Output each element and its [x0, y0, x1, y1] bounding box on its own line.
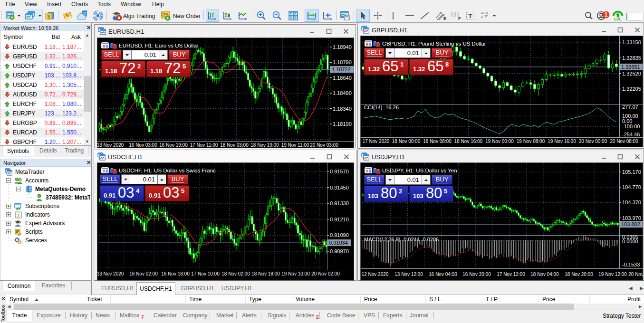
svg-text:103.970: 103.970	[622, 215, 641, 221]
svg-text:18 Nov 16:00: 18 Nov 16:00	[454, 139, 483, 144]
svg-text:16 Nov 18:00: 16 Nov 18:00	[161, 271, 190, 276]
svg-text:16 Nov 04:00: 16 Nov 04:00	[429, 272, 457, 277]
svg-text:16 Nov 20:00: 16 Nov 20:00	[462, 272, 491, 277]
svg-text:104.770: 104.770	[622, 184, 641, 190]
svg-text:Scripts: Scripts	[25, 228, 43, 235]
svg-text:104.370: 104.370	[622, 200, 641, 205]
svg-text:20 Nov 02:00: 20 Nov 02:00	[311, 271, 340, 276]
svg-text:$: $	[47, 14, 50, 19]
svg-text:19 Nov 00:00: 19 Nov 00:00	[485, 139, 514, 144]
svg-text:19 Nov 10:00: 19 Nov 10:00	[281, 271, 310, 276]
svg-text:CCI(14) -16.26: CCI(14) -16.26	[364, 104, 399, 110]
svg-text:0.91330: 0.91330	[330, 200, 349, 206]
svg-text:MetaTrader: MetaTrader	[15, 169, 45, 175]
svg-text:13 Nov 2020: 13 Nov 2020	[97, 142, 124, 148]
svg-text:0.90970: 0.90970	[330, 248, 349, 254]
svg-text:12 Nov 2020: 12 Nov 2020	[362, 272, 389, 277]
svg-text:18 Nov 00:00: 18 Nov 00:00	[392, 139, 421, 144]
svg-text:20 Nov 04:00: 20 Nov 04:00	[628, 272, 643, 277]
svg-text:Indicators: Indicators	[25, 211, 50, 218]
svg-text:1.32520: 1.32520	[622, 71, 641, 76]
svg-text:F: F	[458, 16, 461, 21]
svg-text:0.91090: 0.91090	[330, 232, 349, 238]
svg-text:1.18340: 1.18340	[333, 106, 352, 112]
svg-text:1.18490: 1.18490	[333, 90, 352, 96]
svg-text:16 Nov 03:00: 16 Nov 03:00	[129, 142, 157, 148]
svg-text:USDCHF, H1: US Dollar vs Swis: USDCHF, H1: US Dollar vs Swiss Franc	[119, 168, 216, 173]
svg-text:17 Nov 2020: 17 Nov 2020	[363, 139, 390, 144]
svg-text:1.18722: 1.18722	[332, 66, 351, 72]
svg-text:MetaQuotes-Demo: MetaQuotes-Demo	[35, 186, 86, 192]
svg-text:-254.46: -254.46	[622, 132, 640, 137]
svg-text:1.18640: 1.18640	[333, 75, 352, 81]
svg-text:18 Nov 20:00: 18 Nov 20:00	[565, 272, 593, 277]
svg-text:16 Nov 19:00: 16 Nov 19:00	[159, 142, 188, 148]
svg-text:20 Nov 03:00: 20 Nov 03:00	[310, 142, 338, 148]
svg-text:1: 1	[605, 11, 608, 18]
svg-text:-100.00: -100.00	[622, 124, 640, 129]
svg-text:17 Nov 11:00: 17 Nov 11:00	[190, 142, 218, 148]
svg-text:0.91570: 0.91570	[330, 169, 349, 174]
svg-text:18 Nov 03:00: 18 Nov 03:00	[220, 142, 249, 148]
svg-text:LVL: LVL	[614, 17, 621, 21]
svg-text:0.91450: 0.91450	[330, 185, 349, 190]
svg-text:E: E	[443, 16, 446, 21]
svg-text:Toolbox: Toolbox	[0, 304, 6, 323]
svg-text:16 Nov 02:00: 16 Nov 02:00	[129, 271, 158, 276]
svg-text:0.91034: 0.91034	[329, 240, 348, 246]
svg-text:277.07: 277.07	[622, 104, 638, 110]
svg-text:13 Nov 12:00: 13 Nov 12:00	[394, 272, 423, 277]
svg-text:1.18190: 1.18190	[333, 121, 352, 127]
svg-text:18 Nov 08:00: 18 Nov 08:00	[423, 139, 452, 144]
svg-text:19 Nov 12:00: 19 Nov 12:00	[598, 272, 627, 277]
svg-text:1.32835: 1.32835	[622, 55, 641, 61]
svg-text:1.18790: 1.18790	[333, 59, 352, 65]
svg-text:37485932: MetaT: 37485932: MetaT	[46, 194, 90, 201]
svg-text:19 Nov 16:00: 19 Nov 16:00	[548, 139, 576, 144]
svg-text:0.91210: 0.91210	[330, 217, 349, 222]
svg-text:20 Nov 00:00: 20 Nov 00:00	[579, 139, 607, 144]
svg-text:0.0000: 0.0000	[622, 238, 638, 244]
svg-text:-0.1533: -0.1533	[622, 262, 640, 267]
svg-text:105.170: 105.170	[622, 169, 641, 175]
svg-text:19 Nov 08:00: 19 Nov 08:00	[517, 139, 545, 144]
svg-text:Accounts: Accounts	[25, 177, 48, 184]
svg-text:18 Nov 19:00: 18 Nov 19:00	[250, 142, 279, 148]
svg-text:T: T	[468, 13, 472, 19]
svg-text:103.802: 103.802	[621, 221, 640, 227]
svg-text:Expert Advisors: Expert Advisors	[25, 220, 65, 227]
svg-text:MACD(12,26,9) -0.0244 -0.0286: MACD(12,26,9) -0.0244 -0.0286	[364, 237, 439, 242]
svg-text:1.32651: 1.32651	[621, 64, 640, 70]
svg-text:17 Nov 10:00: 17 Nov 10:00	[191, 271, 220, 276]
svg-text:1.33150: 1.33150	[622, 39, 641, 45]
svg-text:13 Nov 2020: 13 Nov 2020	[97, 271, 124, 276]
svg-text:18 Nov 04:00: 18 Nov 04:00	[530, 272, 559, 277]
svg-text:EURUSD, H1: Euro vs US Dollar: EURUSD, H1: Euro vs US Dollar	[119, 43, 199, 48]
svg-text:18 Nov 02:00: 18 Nov 02:00	[221, 271, 250, 276]
svg-text:17 Nov 12:00: 17 Nov 12:00	[497, 272, 525, 277]
svg-text:1.18940: 1.18940	[333, 44, 352, 50]
svg-text:USDJPY, H1: US Dollar vs Yen: USDJPY, H1: US Dollar vs Yen	[382, 168, 457, 173]
svg-text:19 Nov 11:00: 19 Nov 11:00	[281, 142, 309, 148]
svg-text:Services: Services	[25, 237, 47, 244]
svg-text:1.32205: 1.32205	[622, 86, 641, 92]
svg-text:20 Nov 08:00: 20 Nov 08:00	[610, 139, 638, 144]
svg-text:GBPUSD, H1: Pound Sterling vs: GBPUSD, H1: Pound Sterling vs US Dollar	[382, 41, 486, 47]
svg-text:18 Nov 18:00: 18 Nov 18:00	[251, 271, 280, 276]
svg-text:Subscriptions: Subscriptions	[25, 203, 59, 209]
